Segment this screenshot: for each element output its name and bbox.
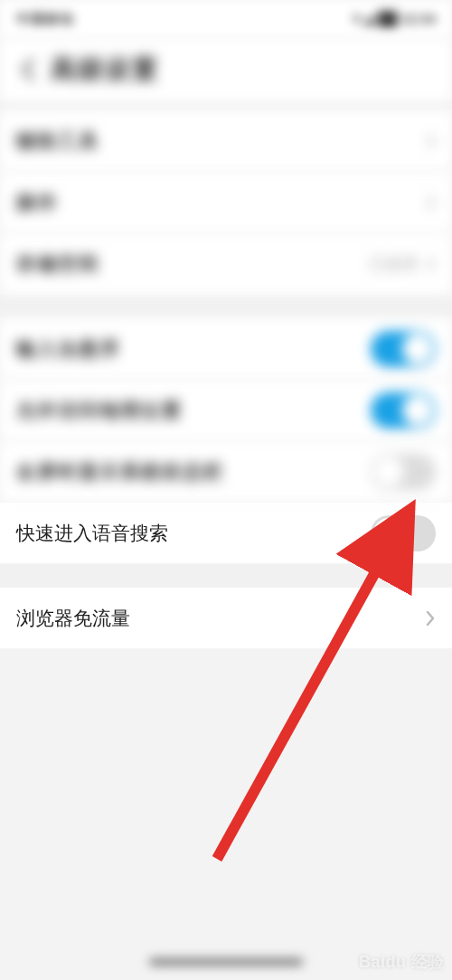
status-carrier: 中国移动 (16, 11, 74, 28)
back-icon[interactable] (14, 56, 42, 83)
section-gap (0, 564, 452, 588)
home-indicator (149, 958, 303, 966)
row-label: 输入法悬浮 (16, 336, 120, 362)
chevron-right-icon (427, 257, 436, 271)
status-bar: 中国移动 ▼◢ ██ 12:34 (0, 0, 452, 38)
browser-free-traffic-label: 浏览器免流量 (16, 606, 130, 631)
chevron-right-icon (427, 134, 436, 148)
voice-search-row[interactable]: 快速进入语音搜索 (0, 503, 452, 564)
toggle-switch[interactable] (371, 454, 436, 490)
toggle-switch[interactable] (371, 331, 436, 367)
row-label: 全屏时显示系统状态栏 (16, 459, 224, 485)
voice-search-toggle[interactable] (371, 515, 436, 551)
settings-row-toggle[interactable]: 输入法悬浮 (0, 318, 452, 380)
row-value: 已使用 (369, 253, 418, 275)
settings-row[interactable]: 存储空间 已使用 (0, 233, 452, 295)
row-right: 已使用 (369, 253, 436, 275)
row-label: 存储空间 (16, 251, 99, 277)
toggle-switch[interactable] (371, 392, 436, 429)
row-label: 操作 (16, 190, 58, 215)
watermark: Baidu 经验 (359, 951, 445, 973)
chevron-right-icon (427, 195, 436, 210)
status-indicators: ▼◢ ██ 12:34 (350, 11, 436, 27)
settings-row[interactable]: 操作 (0, 172, 452, 233)
settings-row-toggle[interactable]: 允许访问地理位置 (0, 380, 452, 441)
row-label: 允许访问地理位置 (16, 398, 183, 423)
row-label: 辅助工具 (16, 128, 99, 154)
settings-row[interactable]: 辅助工具 (0, 110, 452, 172)
browser-free-traffic-row[interactable]: 浏览器免流量 (0, 588, 452, 649)
chevron-right-icon (425, 610, 436, 627)
section-gap (0, 101, 452, 110)
page-title: 高级设置 (51, 52, 159, 87)
nav-bar: 高级设置 (0, 38, 452, 101)
row-right (427, 134, 436, 148)
voice-search-label: 快速进入语音搜索 (16, 521, 168, 546)
row-right (425, 610, 436, 627)
row-right (427, 195, 436, 210)
settings-row-toggle[interactable]: 全屏时显示系统状态栏 (0, 441, 452, 503)
section-gap (0, 295, 452, 318)
